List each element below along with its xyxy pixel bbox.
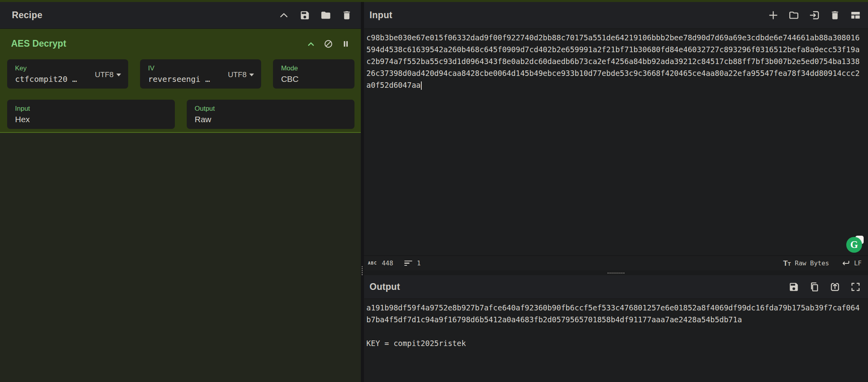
io-panel: Input c98b3be030e67e015f — [364, 2, 868, 382]
recipe-title: Recipe — [12, 10, 42, 21]
chevron-down-icon — [116, 74, 121, 76]
iv-encoding-value: UTF8 — [228, 70, 247, 79]
iv-field[interactable]: IV reverseengi … UTF8 — [140, 59, 261, 89]
open-file-icon[interactable] — [788, 10, 799, 21]
key-encoding-value: UTF8 — [95, 70, 114, 79]
breakpoint-icon[interactable] — [341, 39, 351, 49]
load-recipe-icon[interactable] — [320, 10, 331, 21]
input-line: c98b3be030e67e015f06332dad9f00f922740d2b… — [366, 32, 868, 43]
mode-select[interactable]: Mode CBC — [273, 59, 354, 89]
splitter-handle-dots — [607, 272, 625, 274]
main-layout: Recipe AES Decrypt — [0, 2, 868, 382]
grammarly-widget[interactable]: G — [846, 236, 864, 253]
operation-aes-decrypt[interactable]: AES Decrypt — [0, 29, 361, 133]
key-field[interactable]: Key ctfcompit20 … UTF8 — [7, 59, 128, 89]
key-encoding-dropdown[interactable]: UTF8 — [95, 70, 121, 79]
save-recipe-icon[interactable] — [299, 10, 310, 21]
disable-operation-icon[interactable] — [324, 39, 333, 49]
input-toolbar — [768, 10, 861, 21]
io-pane-splitter[interactable] — [364, 270, 868, 275]
iv-encoding-dropdown[interactable]: UTF8 — [228, 70, 254, 79]
maximize-output-icon[interactable] — [850, 282, 861, 292]
recipe-header: Recipe — [0, 2, 361, 29]
recipe-panel: Recipe AES Decrypt — [0, 2, 361, 382]
collapse-operation-icon[interactable] — [306, 39, 316, 49]
input-title: Input — [370, 10, 392, 21]
input-line-text: a0f52d6047aa — [366, 81, 421, 89]
output-header: Output — [364, 275, 868, 299]
output-line: a191b98df59f4a9752e8b927b7afce640af92360… — [366, 302, 868, 314]
open-folder-as-input-icon[interactable] — [809, 10, 820, 21]
output-type-value[interactable]: Raw — [195, 115, 347, 124]
argument-row-1: Key ctfcompit20 … UTF8 IV reverseengi … — [7, 59, 354, 89]
output-title: Output — [370, 282, 400, 292]
operation-title: AES Decrypt — [11, 38, 66, 49]
char-count: 448 — [382, 259, 393, 267]
pane-layout-icon[interactable] — [850, 10, 861, 21]
add-input-tab-icon[interactable] — [768, 10, 779, 21]
collapse-all-icon[interactable] — [279, 10, 289, 21]
grammarly-icon: G — [846, 237, 862, 253]
input-line: 26c37398d0ad420d94caa8428cbe0064d145b49e… — [366, 67, 868, 79]
operation-header: AES Decrypt — [0, 29, 361, 49]
char-count-icon: ABC — [368, 261, 377, 266]
input-line: c2b974a7f552ba55c93d1d0964343f8e0ab2dc60… — [366, 55, 868, 67]
operation-arguments: Key ctfcompit20 … UTF8 IV reverseengi … — [0, 49, 361, 129]
replace-input-with-output-icon[interactable] — [830, 282, 840, 292]
mode-value[interactable]: CBC — [281, 74, 347, 84]
input-type-value[interactable]: Hex — [15, 115, 168, 124]
line-ending-value: LF — [854, 259, 862, 267]
output-line: KEY = compit2025ristek — [366, 337, 868, 349]
return-arrow-icon — [841, 259, 851, 268]
character-encoding-value: Raw Bytes — [795, 259, 829, 267]
argument-row-2: Input Hex Output Raw — [7, 100, 354, 129]
text-cursor — [421, 81, 422, 90]
input-line: a0f52d6047aa — [366, 79, 868, 91]
save-output-icon[interactable] — [788, 282, 799, 292]
clear-recipe-icon[interactable] — [341, 10, 352, 21]
output-line: b7ba4f5df7d1c94a9f16798d6b5412a0a4683fb2… — [366, 314, 868, 325]
input-type-select[interactable]: Input Hex — [7, 100, 175, 129]
output-textarea: a191b98df59f4a9752e8b927b7afce640af92360… — [364, 299, 868, 382]
input-textarea[interactable]: c98b3be030e67e015f06332dad9f00f922740d2b… — [364, 29, 868, 255]
line-ending-control[interactable]: LF — [841, 259, 862, 268]
chevron-down-icon — [249, 74, 254, 76]
column-splitter[interactable] — [361, 2, 364, 382]
mode-label: Mode — [281, 64, 347, 72]
recipe-toolbar — [279, 10, 352, 21]
text-encoding-icon: TT — [783, 259, 791, 268]
line-count: 1 — [417, 259, 421, 267]
line-count-icon — [404, 261, 412, 266]
copy-output-icon[interactable] — [809, 282, 820, 292]
character-encoding-control[interactable]: TT Raw Bytes — [783, 259, 829, 268]
input-line: 594d4538c61639542a260b468c645f0909d7cd40… — [366, 43, 868, 55]
output-toolbar — [788, 282, 861, 292]
output-line — [366, 325, 868, 337]
input-type-label: Input — [15, 105, 168, 113]
clear-io-icon[interactable] — [830, 10, 840, 21]
grammarly-g: G — [850, 239, 858, 251]
output-type-select[interactable]: Output Raw — [187, 100, 354, 129]
recipe-list: AES Decrypt — [0, 29, 361, 382]
splitter-handle-dots — [362, 266, 363, 276]
input-header: Input — [364, 2, 868, 29]
output-type-label: Output — [195, 105, 347, 113]
operation-toolbar — [306, 39, 351, 49]
input-status-bar: ABC 448 1 TT Raw Bytes LF — [364, 255, 868, 270]
